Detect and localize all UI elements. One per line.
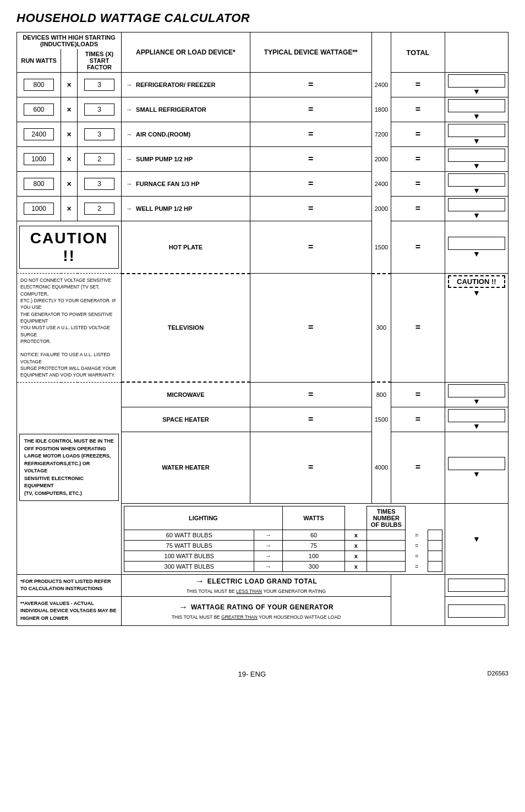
wattage-television: 300 (376, 324, 386, 331)
page-title: HOUSEHOLD WATTAGE CALCULATOR (17, 11, 508, 25)
bulb-count-60[interactable] (367, 530, 406, 540)
factor-air-cond: 3 (84, 128, 114, 140)
total-input-5[interactable] (448, 173, 505, 187)
total-75[interactable] (428, 540, 442, 551)
lighting-row-60: 60 WATT BULBS → 60 x = (124, 530, 442, 540)
lighting-row-100: 100 WATT BULBS → 100 x = (124, 551, 442, 561)
arrow-down-2: ▼ (448, 112, 505, 120)
arrow-3: → (126, 131, 132, 138)
total-input-space-heater[interactable] (448, 409, 505, 422)
device-well: WELL PUMP 1/2 HP (136, 205, 192, 212)
lighting-header: LIGHTING (124, 506, 283, 530)
total-input-1[interactable] (448, 74, 505, 88)
watts-air-cond: 2400 (24, 128, 54, 140)
device-small-ref: SMALL REFRIGERATOR (136, 106, 206, 113)
factor-furnace: 3 (84, 178, 114, 190)
lighting-row: LIGHTING WATTS TIMES NUMBER OF BULBS 60 … (17, 503, 508, 574)
total-60[interactable] (428, 530, 442, 540)
arrow-down-4: ▼ (448, 162, 505, 170)
arrow-lighting-2: → (254, 540, 282, 551)
wattage-furnace: 2400 (375, 181, 388, 187)
watts-small-ref: 600 (24, 103, 54, 116)
arrow-lighting-1: → (254, 530, 282, 540)
arrow-down-6: ▼ (448, 211, 505, 219)
watts-sump: 1000 (24, 153, 54, 165)
idle-note: THE IDLE CONTROL MUST BE IN THE OFF POSI… (19, 434, 119, 501)
total-input-water-heater[interactable] (448, 457, 505, 470)
wattage-calculator-table: DEVICES WITH HIGH STARTING (INDUCTIVE)LO… (17, 32, 508, 626)
bulb-label-300: 300 WATT BULBS (124, 561, 254, 571)
wattage-rating-label: WATTAGE RATING OF YOUR GENERATOR (191, 603, 333, 611)
microwave-row: MICROWAVE = 800 = ▼ (17, 382, 508, 407)
arrow-down-5: ▼ (448, 187, 505, 194)
factor-sump: 2 (84, 153, 114, 165)
device-space-heater: SPACE HEATER (162, 416, 209, 423)
space-heater-row: SPACE HEATER = 1500 = ▼ (17, 407, 508, 432)
bulb-count-300[interactable] (367, 561, 406, 571)
eq-5: = (415, 179, 420, 188)
factor-well: 2 (84, 203, 114, 215)
grand-total-input[interactable] (448, 579, 505, 592)
times-sign-1: × (67, 80, 71, 89)
device-water-heater: WATER HEATER (162, 464, 209, 471)
watts-header: WATTS (282, 506, 345, 530)
total-input-6[interactable] (448, 198, 505, 211)
lighting-row-300: 300 WATT BULBS → 300 x = (124, 561, 442, 571)
bulb-count-100[interactable] (367, 551, 406, 561)
times-sign-4: × (67, 155, 71, 164)
arrow-down-water-heater: ▼ (448, 470, 505, 478)
arrow-lighting-4: → (254, 561, 282, 571)
arrow-wattage-rating: → (179, 602, 188, 612)
watts-refrigerator: 800 (24, 79, 54, 91)
wattage-air-cond: 7200 (375, 131, 388, 138)
arrow-down-space-heater: ▼ (448, 422, 505, 430)
row-furnace-fan: 800 × 3 → FURNACE FAN 1/3 HP = 2400 = ▼ (17, 172, 508, 197)
total-input-2[interactable] (448, 99, 505, 112)
watts-300: 300 (282, 561, 345, 571)
wattage-rating-row: **AVERAGE VALUES - ACTUAL INDIVIDUAL DEV… (17, 596, 508, 626)
watts-100: 100 (282, 551, 345, 561)
total-300[interactable] (428, 561, 442, 571)
arrow-down-tv: ▼ (448, 289, 505, 297)
start-factor-header: TIMES (X) START FACTOR (78, 49, 122, 73)
times-number-header: TIMES NUMBER OF BULBS (367, 506, 406, 530)
dashed-note: DO NOT CONNECT VOLTAGE SENSITIVE ELECTRO… (20, 277, 118, 379)
total-100[interactable] (428, 551, 442, 561)
grand-total-note: THIS TOTAL MUST BE LESS THAN YOUR GENERA… (187, 588, 326, 594)
wattage-refrigerator: 2400 (375, 81, 388, 88)
wattage-well: 2000 (375, 205, 388, 212)
times-sign-2: × (67, 105, 71, 114)
total-input-4[interactable] (448, 149, 505, 162)
eq-6: = (415, 204, 420, 213)
arrow-grand-total: → (195, 576, 204, 586)
wattage-rating-input[interactable] (448, 604, 505, 618)
divider-header (61, 49, 78, 73)
device-television: TELEVISION (168, 324, 204, 331)
device-sump: SUMP PUMP 1/2 HP (136, 156, 193, 162)
bulb-label-100: 100 WATT BULBS (124, 551, 254, 561)
col4-header: TOTAL (391, 32, 445, 73)
wattage-small-ref: 1800 (375, 106, 388, 113)
total-input-microwave[interactable] (448, 384, 505, 397)
col1-header: DEVICES WITH HIGH STARTING (INDUCTIVE)LO… (17, 32, 122, 50)
total-input-3[interactable] (448, 124, 505, 137)
television-row: DO NOT CONNECT VOLTAGE SENSITIVE ELECTRO… (17, 274, 508, 383)
water-heater-row: THE IDLE CONTROL MUST BE IN THE OFF POSI… (17, 432, 508, 503)
arrow-down-microwave: ▼ (448, 397, 505, 405)
watts-60: 60 (282, 530, 345, 540)
lighting-row-75: 75 WATT BULBS → 75 x = (124, 540, 442, 551)
page-footer: 19- ENG D26563 (17, 670, 508, 678)
factor-refrigerator: 3 (84, 79, 114, 91)
device-microwave: MICROWAVE (167, 391, 204, 398)
factor-small-ref: 3 (84, 103, 114, 116)
arrow-down-hot-plate: ▼ (448, 250, 505, 258)
bulb-count-75[interactable] (367, 540, 406, 551)
total-input-hot-plate[interactable] (448, 237, 505, 250)
col2-header: APPLIANCE OR LOAD DEVICE* (122, 32, 250, 73)
row-small-refrigerator: 600 × 3 → SMALL REFRIGERATOR = 1800 = ▼ (17, 97, 508, 122)
doc-number: D26563 (487, 670, 508, 678)
row-air-cond: 2400 × 3 → AIR COND.(ROOM) = 7200 = ▼ (17, 122, 508, 147)
arrow-down-lighting: ▼ (448, 535, 505, 543)
device-refrigerator: REFRIGERATOR/ FREEZER (136, 81, 215, 88)
arrow-5: → (126, 181, 132, 187)
